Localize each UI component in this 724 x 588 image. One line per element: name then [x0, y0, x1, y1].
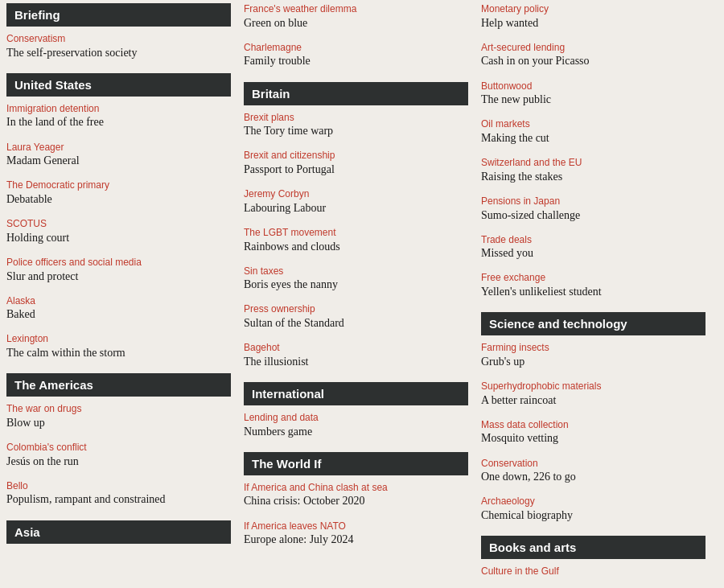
list-item: Lending and data Numbers game	[244, 412, 468, 444]
article-category[interactable]: Farming insects	[481, 342, 705, 355]
article-category[interactable]: The LGBT movement	[244, 227, 468, 240]
list-item: Charlemagne Family trouble	[244, 42, 468, 74]
article-title[interactable]: Madam General	[6, 154, 231, 168]
article-category[interactable]: Charlemagne	[244, 42, 468, 55]
article-title[interactable]: Mosquito vetting	[481, 431, 705, 446]
article-title[interactable]: Missed you	[481, 246, 705, 261]
article-category[interactable]: Oil markets	[481, 118, 705, 131]
list-item: Bello Populism, rampant and constrained	[6, 480, 231, 512]
article-title[interactable]: The new public	[481, 93, 705, 107]
list-item: Free exchange Yellen's unlikeliest stude…	[481, 272, 705, 304]
article-title[interactable]: Making the cut	[481, 131, 705, 146]
column-2: France's weather dilemma Green on blue C…	[237, 0, 475, 588]
list-item: If America and China clash at sea China …	[244, 482, 468, 514]
list-item: Colombia's conflict Jesús on the run	[6, 442, 231, 474]
list-item: Jeremy Corbyn Labouring Labour	[244, 188, 468, 220]
section-britain: Britain Brexit plans The Tory time warp …	[244, 82, 468, 374]
article-category[interactable]: Alaska	[6, 295, 231, 308]
article-category[interactable]: Switzerland and the EU	[481, 157, 705, 170]
list-item: Art-secured lending Cash in on your Pica…	[481, 42, 705, 74]
article-category[interactable]: If America and China clash at sea	[244, 482, 468, 495]
article-category[interactable]: The war on drugs	[6, 403, 231, 416]
list-item: Superhydrophobic materials A better rain…	[481, 380, 705, 413]
article-category[interactable]: The Democratic primary	[6, 179, 231, 192]
list-item: Lexington The calm within the storm	[6, 333, 231, 365]
article-category[interactable]: Conservation	[481, 458, 705, 471]
article-category[interactable]: Press ownership	[244, 303, 468, 316]
article-category[interactable]: Immigration detention	[6, 103, 231, 116]
article-title[interactable]: Jesús on the run	[6, 454, 231, 469]
article-title[interactable]: Family trouble	[244, 54, 468, 68]
article-title[interactable]: Sultan of the Standard	[244, 316, 468, 331]
article-title[interactable]: Sumo-sized challenge	[481, 208, 705, 223]
article-title[interactable]: Grub's up	[481, 355, 705, 369]
section-header-asia: Asia	[6, 520, 231, 544]
article-category[interactable]: Sin taxes	[244, 265, 468, 278]
article-category[interactable]: Conservatism	[6, 33, 231, 46]
article-title[interactable]: Raising the stakes	[481, 170, 705, 184]
article-category[interactable]: Buttonwood	[481, 80, 705, 93]
list-item: Police officers and social media Slur an…	[6, 257, 231, 289]
article-category[interactable]: If America leaves NATO	[244, 520, 468, 533]
article-title[interactable]: Boris eyes the nanny	[244, 278, 468, 292]
article-title[interactable]: Debatable	[6, 192, 231, 207]
article-category[interactable]: Pensions in Japan	[481, 195, 705, 208]
article-title[interactable]: The illusionist	[244, 355, 468, 369]
article-title[interactable]: Help wanted	[481, 16, 705, 31]
article-title[interactable]: One down, 226 to go	[481, 470, 705, 484]
article-category[interactable]: Lending and data	[244, 412, 468, 425]
section-asia: Asia	[6, 520, 231, 544]
article-category[interactable]: Jeremy Corbyn	[244, 188, 468, 201]
article-title[interactable]: Europe alone: July 2024	[244, 532, 468, 547]
section-no-header-top: France's weather dilemma Green on blue C…	[244, 3, 468, 74]
article-title[interactable]: The calm within the storm	[6, 346, 231, 360]
article-category[interactable]: Art-secured lending	[481, 42, 705, 55]
list-item: Buttonwood The new public	[481, 80, 705, 113]
article-category[interactable]: Police officers and social media	[6, 257, 231, 269]
article-category[interactable]: SCOTUS	[6, 218, 231, 231]
article-category[interactable]: Bagehot	[244, 342, 468, 355]
article-category[interactable]: Colombia's conflict	[6, 442, 231, 454]
article-title[interactable]: China crisis: October 2020	[244, 494, 468, 508]
article-category[interactable]: Lexington	[6, 333, 231, 346]
article-title[interactable]: The Tory time warp	[244, 124, 468, 138]
article-category[interactable]: France's weather dilemma	[244, 3, 468, 16]
article-title[interactable]: Blow up	[6, 416, 231, 430]
article-title[interactable]: Slur and protect	[6, 269, 231, 284]
column-1: Briefing Conservatism The self-preservat…	[0, 0, 237, 588]
article-title[interactable]: Rainbows and clouds	[244, 240, 468, 254]
article-title[interactable]: Holding court	[6, 231, 231, 245]
article-category[interactable]: Mass data collection	[481, 419, 705, 432]
article-title[interactable]: A better raincoat	[481, 393, 705, 408]
article-category[interactable]: Superhydrophobic materials	[481, 380, 705, 393]
article-title[interactable]: Baked	[6, 307, 231, 322]
list-item: France's weather dilemma Green on blue	[244, 3, 468, 35]
article-title[interactable]: Passport to Portugal	[244, 162, 468, 177]
article-title[interactable]: Green on blue	[244, 16, 468, 31]
list-item: Immigration detention In the land of the…	[6, 103, 231, 135]
article-category[interactable]: Bello	[6, 480, 231, 493]
article-title[interactable]: Yellen's unlikeliest student	[481, 285, 705, 299]
article-title[interactable]: Numbers game	[244, 425, 468, 439]
section-header-international: International	[244, 382, 468, 405]
article-title[interactable]: In the land of the free	[6, 115, 231, 130]
list-item: The LGBT movement Rainbows and clouds	[244, 227, 468, 259]
list-item: Mass data collection Mosquito vetting	[481, 419, 705, 451]
article-category[interactable]: Monetary policy	[481, 3, 705, 16]
article-title[interactable]: The self-preservation society	[6, 46, 231, 60]
list-item: Monetary policy Help wanted	[481, 3, 705, 35]
article-category[interactable]: Laura Yeager	[6, 142, 231, 154]
section-header-united-states: United States	[6, 73, 231, 97]
article-title[interactable]: Populism, rampant and constrained	[6, 492, 231, 507]
list-item: Switzerland and the EU Raising the stake…	[481, 157, 705, 189]
article-category[interactable]: Free exchange	[481, 272, 705, 285]
article-category[interactable]: Culture in the Gulf	[481, 565, 705, 578]
article-category[interactable]: Archaeology	[481, 495, 705, 508]
article-title[interactable]: Cash in on your Picasso	[481, 54, 705, 68]
article-title[interactable]: Labouring Labour	[244, 201, 468, 216]
article-category[interactable]: Brexit plans	[244, 112, 468, 125]
article-category[interactable]: Brexit and citizenship	[244, 150, 468, 162]
article-title[interactable]: Chemical biography	[481, 508, 705, 523]
list-item: Press ownership Sultan of the Standard	[244, 303, 468, 335]
article-category[interactable]: Trade deals	[481, 234, 705, 247]
